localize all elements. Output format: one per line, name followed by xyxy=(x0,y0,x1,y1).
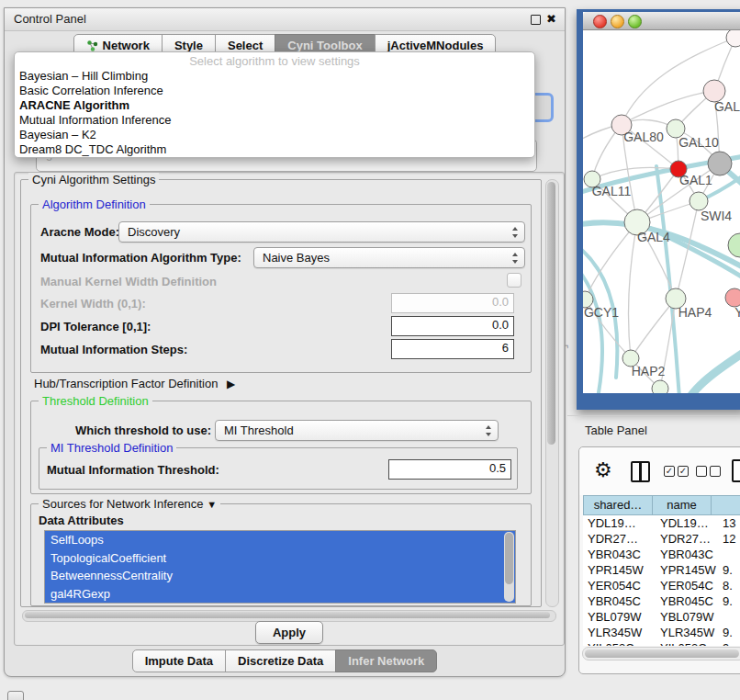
network-node-swi4[interactable] xyxy=(690,192,708,210)
minimize-traffic-light-icon[interactable] xyxy=(611,15,624,28)
network-node[interactable] xyxy=(652,380,668,393)
column-header[interactable] xyxy=(712,495,740,515)
algorithm-item[interactable]: Bayesian – Hill Climbing xyxy=(15,69,534,84)
table-cell[interactable]: YPR145W xyxy=(656,562,718,578)
table-row[interactable]: YLR345WYLR345W9. xyxy=(583,625,740,640)
document-icon[interactable] xyxy=(732,459,740,482)
mi-threshold-field[interactable]: 0.5 xyxy=(388,459,511,480)
table-row[interactable]: YBL079WYBL079W xyxy=(583,609,740,625)
gear-icon[interactable]: ⚙ xyxy=(594,457,612,484)
table-cell[interactable]: 12 xyxy=(718,531,740,547)
table-cell[interactable]: 13 xyxy=(718,515,740,531)
settings-hscrollbar-thumb[interactable] xyxy=(25,612,550,618)
checked-checkbox-icon[interactable]: ✓ xyxy=(678,466,689,477)
table-cell[interactable]: YDL19… xyxy=(656,515,718,531)
kernel-width-field[interactable]: 0.0 xyxy=(391,293,514,313)
network-window-titlebar[interactable] xyxy=(583,12,740,30)
close-traffic-light-icon[interactable] xyxy=(593,15,607,28)
table-cell[interactable]: 9. xyxy=(718,625,740,640)
aracne-mode-combo[interactable]: Discovery xyxy=(118,221,525,243)
table-cell[interactable] xyxy=(718,547,740,562)
table-hscrollbar[interactable] xyxy=(582,647,740,660)
table-cell[interactable]: YIL053C xyxy=(583,640,656,646)
attribute-item-selected[interactable]: BetweennessCentrality xyxy=(45,567,515,585)
network-edge[interactable] xyxy=(631,299,676,358)
bottom-tabbar: Impute Data Discretize Data Infer Networ… xyxy=(5,649,565,672)
table-cell[interactable]: YER054C xyxy=(656,578,718,593)
algorithm-item[interactable]: ARACNE Algorithm xyxy=(15,98,534,113)
table-cell[interactable]: 9. xyxy=(718,593,740,609)
table-cell[interactable]: YPR145W xyxy=(583,562,656,578)
zoom-traffic-light-icon[interactable] xyxy=(628,15,642,28)
tab-discretize-data[interactable]: Discretize Data xyxy=(225,649,336,672)
unchecked-checkbox-icon[interactable] xyxy=(710,466,721,477)
table-cell[interactable]: YDL19… xyxy=(583,515,656,531)
column-header-name[interactable]: name xyxy=(653,495,712,515)
attributes-scrollbar[interactable] xyxy=(504,532,514,602)
network-node[interactable] xyxy=(726,30,740,47)
table-cell[interactable]: YIL053C xyxy=(656,640,718,646)
table-cell[interactable]: YBR043C xyxy=(583,547,656,562)
network-edge[interactable] xyxy=(629,222,637,358)
split-columns-icon[interactable] xyxy=(631,461,650,482)
node-table: shared… name YDL19…YDL19…13YDR27…YDR27…1… xyxy=(583,495,740,646)
mi-steps-field[interactable]: 6 xyxy=(391,339,514,359)
manual-kernel-checkbox[interactable] xyxy=(507,273,521,288)
table-cell[interactable]: YBL079W xyxy=(656,609,718,625)
table-row[interactable]: YPR145WYPR145W9. xyxy=(583,562,740,578)
table-cell[interactable]: YER054C xyxy=(583,578,656,593)
tab-impute-data[interactable]: Impute Data xyxy=(132,649,226,672)
network-edge-thick[interactable] xyxy=(690,348,740,393)
mi-type-combo[interactable]: Naive Bayes xyxy=(253,247,525,268)
control-panel-title: Control Panel xyxy=(14,12,86,26)
table-cell[interactable]: YLR345W xyxy=(656,625,718,640)
tab-infer-network[interactable]: Infer Network xyxy=(335,649,437,672)
data-attributes-list[interactable]: SelfLoopsTopologicalCoefficientBetweenne… xyxy=(44,530,516,604)
float-window-icon[interactable] xyxy=(531,15,541,25)
attribute-item-selected[interactable]: TopologicalCoefficient xyxy=(45,549,515,568)
hub-definition-expander[interactable]: Hub/Transcription Factor Definition ▶ xyxy=(34,377,235,390)
table-row[interactable]: YIL053CYIL053C9 xyxy=(583,640,740,646)
algorithm-item[interactable]: Bayesian – K2 xyxy=(15,128,534,142)
checked-checkbox-icon[interactable]: ✓ xyxy=(664,466,675,477)
settings-vscrollbar-thumb[interactable] xyxy=(547,182,555,445)
table-cell[interactable]: YDR27… xyxy=(656,531,718,547)
network-node-y[interactable] xyxy=(725,288,740,307)
algorithm-item-list: Bayesian – Hill ClimbingBasic Correlatio… xyxy=(15,69,534,157)
table-row[interactable]: YBR045CYBR045C9. xyxy=(583,593,740,609)
cyni-settings-panel: Cyni Algorithm Settings Algorithm Defini… xyxy=(14,172,565,646)
table-cell[interactable]: 9 xyxy=(718,640,740,646)
attribute-item-selected[interactable]: gal4RGexp xyxy=(45,585,515,604)
table-cell[interactable]: YBR045C xyxy=(656,593,718,609)
network-node[interactable] xyxy=(728,233,740,257)
network-canvas[interactable]: GALGAL80GAL10GAL1GAL11SWI4GAL4GCY1HAP4YH… xyxy=(583,30,740,393)
apply-button[interactable]: Apply xyxy=(255,621,323,644)
table-row[interactable]: YDR27…YDR27…12 xyxy=(583,531,740,547)
table-hscrollbar-thumb[interactable] xyxy=(585,649,739,658)
algorithm-item[interactable]: Mutual Information Inference xyxy=(15,113,534,128)
which-threshold-combo[interactable]: MI Threshold xyxy=(215,420,499,441)
minimized-panel-icon[interactable] xyxy=(7,691,24,700)
attribute-item-selected[interactable]: SelfLoops xyxy=(45,531,515,549)
table-cell[interactable]: YBR045C xyxy=(583,593,656,609)
table-row[interactable]: YDL19…YDL19…13 xyxy=(583,515,740,531)
settings-vscrollbar[interactable] xyxy=(545,179,559,607)
column-header-shared-name[interactable]: shared… xyxy=(583,495,653,515)
table-cell[interactable]: 8. xyxy=(718,578,740,593)
table-cell[interactable]: 9. xyxy=(718,562,740,578)
sources-title[interactable]: Sources for Network Inference ▼ xyxy=(39,497,220,511)
attributes-scrollbar-thumb[interactable] xyxy=(505,533,513,584)
table-cell[interactable]: YDR27… xyxy=(583,531,656,547)
unchecked-checkbox-icon[interactable] xyxy=(696,466,707,477)
table-cell[interactable]: YBL079W xyxy=(583,609,656,625)
table-cell[interactable]: YBR043C xyxy=(656,547,718,562)
algorithm-item[interactable]: Basic Correlation Inference xyxy=(15,84,534,98)
network-edge[interactable] xyxy=(622,91,714,124)
close-icon[interactable]: ✖ xyxy=(546,12,556,26)
dpi-tolerance-field[interactable]: 0.0 xyxy=(391,316,514,336)
table-row[interactable]: YER054CYER054C8. xyxy=(583,578,740,593)
table-cell[interactable] xyxy=(718,609,740,625)
table-cell[interactable]: YLR345W xyxy=(583,625,656,640)
table-row[interactable]: YBR043CYBR043C xyxy=(583,547,740,562)
algorithm-item[interactable]: Dream8 DC_TDC Algorithm xyxy=(15,142,534,157)
